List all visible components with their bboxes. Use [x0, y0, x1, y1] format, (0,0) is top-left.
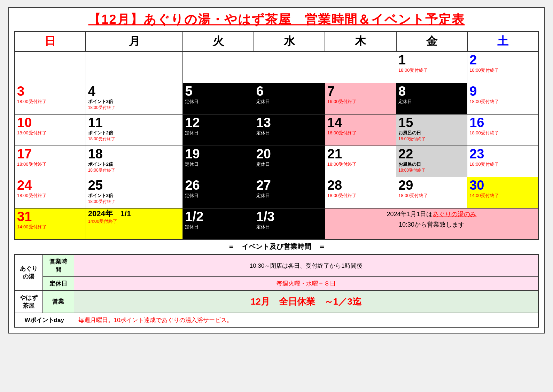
- info-aguri-name: あぐりの湯: [15, 254, 42, 291]
- cell-dec8: 8 定休日: [396, 83, 467, 114]
- cell-dec12: 12 定休日: [183, 114, 254, 146]
- cell-empty: [86, 52, 183, 83]
- cell-dec15: 15 お風呂の日 18:00受付終了: [396, 114, 467, 146]
- info-row-aguri-closed: 定休日 毎週火曜・水曜＋８日: [15, 277, 538, 291]
- header-mon: 月: [86, 31, 183, 52]
- cell-dec21: 21 18:00受付終了: [325, 146, 396, 177]
- cell-dec17: 17 18:00受付終了: [15, 146, 86, 177]
- cell-dec19: 19 定休日: [183, 146, 254, 177]
- calendar-container: 【12月】あぐりの湯・やはず茶屋 営業時間＆イベント予定表 日 月 火 水 木 …: [8, 7, 545, 334]
- header-tue: 火: [183, 31, 254, 52]
- cell-dec3: 3 18:00受付終了: [15, 83, 86, 114]
- cell-empty: [15, 52, 86, 83]
- table-row: 1 18:00受付終了 2 18:00受付終了: [15, 52, 538, 83]
- info-table: あぐりの湯 営業時間 10:30～閉店は各日、受付終了から1時間後 定休日 毎週…: [14, 254, 539, 328]
- calendar-table: 日 月 火 水 木 金 土 1 18:00受付終了: [14, 31, 539, 240]
- cell-dec20: 20 定休日: [254, 146, 325, 177]
- cell-dec11: 11 ポイント2倍 18:00受付終了: [86, 114, 183, 146]
- cell-dec26: 26 定休日: [183, 177, 254, 208]
- note-line2: 10:30から営業致します: [327, 220, 536, 229]
- cell-dec25: 25 ポイント2倍 18:00受付終了: [86, 177, 183, 208]
- cell-jan1-note: 2024年1月1日はあぐりの湯のみ 10:30から営業致します: [325, 208, 538, 240]
- cell-dec4: 4 ポイント2倍 18:00受付終了: [86, 83, 183, 114]
- info-yahazu-content: 12月 全日休業 ～1／3迄: [74, 291, 538, 313]
- cell-jan2: 1/2 定休日: [183, 208, 254, 240]
- info-wpoint-content: 毎週月曜日。10ポイント達成であぐりの湯入浴サービス。: [74, 313, 538, 327]
- cell-dec23: 23 18:00受付終了: [467, 146, 538, 177]
- table-row: 10 18:00受付終了 11 ポイント2倍 18:00受付終了 12 定休日 …: [15, 114, 538, 146]
- info-row-yahazu: やはず茶屋 営業 12月 全日休業 ～1／3迄: [15, 291, 538, 313]
- cell-dec22: 22 お風呂の日 18:00受付終了: [396, 146, 467, 177]
- cell-dec14: 14 16:00受付終了: [325, 114, 396, 146]
- cell-dec29: 29 18:00受付終了: [396, 177, 467, 208]
- cell-dec10: 10 18:00受付終了: [15, 114, 86, 146]
- cell-empty: [254, 52, 325, 83]
- header-sat: 土: [467, 31, 538, 52]
- cell-dec6: 6 定休日: [254, 83, 325, 114]
- info-aguri-hours-label: 営業時間: [42, 254, 74, 277]
- page-title: 【12月】あぐりの湯・やはず茶屋 営業時間＆イベント予定表: [14, 11, 539, 28]
- header-sun: 日: [15, 31, 86, 52]
- cell-jan3: 1/3 定休日: [254, 208, 325, 240]
- cell-dec7: 7 16:00受付終了: [325, 83, 396, 114]
- note-line1: 2024年1月1日はあぐりの湯のみ: [327, 210, 536, 218]
- cell-dec27: 27 定休日: [254, 177, 325, 208]
- header-wed: 水: [254, 31, 325, 52]
- table-row: 3 18:00受付終了 4 ポイント2倍 18:00受付終了 5 定休日 6 定…: [15, 83, 538, 114]
- header-thu: 木: [325, 31, 396, 52]
- cell-dec18: 18 ポイント2倍 18:00受付終了: [86, 146, 183, 177]
- cell-dec16: 16 18:00受付終了: [467, 114, 538, 146]
- cell-empty: [325, 52, 396, 83]
- info-wpoint-name: Wポイントday: [15, 313, 74, 327]
- cell-dec9: 9 18:00受付終了: [467, 83, 538, 114]
- header-fri: 金: [396, 31, 467, 52]
- cell-dec5: 5 定休日: [183, 83, 254, 114]
- cell-dec2: 2 18:00受付終了: [467, 52, 538, 83]
- info-aguri-hours-content: 10:30～閉店は各日、受付終了から1時間後: [74, 254, 538, 277]
- table-row: 24 18:00受付終了 25 ポイント2倍 18:00受付終了 26 定休日 …: [15, 177, 538, 208]
- cell-dec30: 30 14:00受付終了: [467, 177, 538, 208]
- cell-dec28: 28 18:00受付終了: [325, 177, 396, 208]
- info-yahazu-label: 営業: [42, 291, 74, 313]
- table-row: 17 18:00受付終了 18 ポイント2倍 18:00受付終了 19 定休日 …: [15, 146, 538, 177]
- info-row-aguri-hours: あぐりの湯 営業時間 10:30～閉店は各日、受付終了から1時間後: [15, 254, 538, 277]
- cell-dec24: 24 18:00受付終了: [15, 177, 86, 208]
- event-row: ＝ イベント及び営業時間 ＝: [14, 240, 539, 253]
- info-aguri-closed-content: 毎週火曜・水曜＋８日: [74, 277, 538, 291]
- cell-dec31: 31 14:00受付終了: [15, 208, 86, 240]
- cell-dec1: 1 18:00受付終了: [396, 52, 467, 83]
- info-yahazu-name: やはず茶屋: [15, 291, 42, 313]
- cell-dec13: 13 定休日: [254, 114, 325, 146]
- table-row: 31 14:00受付終了 2024年 1/1 14:00受付終了 1/2 定休日…: [15, 208, 538, 240]
- cell-jan1: 2024年 1/1 14:00受付終了: [86, 208, 183, 240]
- info-row-wpoint: Wポイントday 毎週月曜日。10ポイント達成であぐりの湯入浴サービス。: [15, 313, 538, 327]
- cell-empty: [183, 52, 254, 83]
- info-aguri-closed-label: 定休日: [42, 277, 74, 291]
